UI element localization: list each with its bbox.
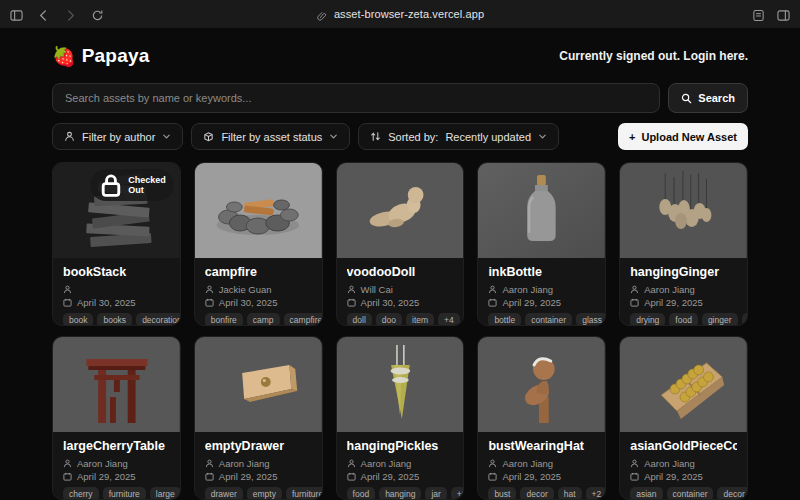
- login-link[interactable]: Login here.: [680, 49, 748, 63]
- sidebar-right-icon[interactable]: [777, 8, 790, 21]
- link-icon: [316, 8, 329, 21]
- asset-card-largecherrytable[interactable]: largeCherryTable Aaron Jiang April 29, 2…: [52, 336, 181, 500]
- asset-card-emptydrawer[interactable]: emptyDrawer Aaron Jiang April 29, 2025 d…: [194, 336, 323, 500]
- tag-more[interactable]: +2: [451, 487, 465, 500]
- tag[interactable]: book: [63, 313, 93, 326]
- tag[interactable]: decor: [717, 487, 748, 500]
- calendar-icon: [488, 298, 497, 307]
- asset-date: April 30, 2025: [205, 296, 312, 308]
- asset-card-hangingginger[interactable]: hangingGinger Aaron Jiang April 29, 2025…: [619, 162, 748, 326]
- asset-thumbnail: [620, 163, 747, 258]
- sidebar-toggle-icon[interactable]: [10, 8, 23, 21]
- tag[interactable]: food: [669, 313, 698, 326]
- person-icon: [630, 459, 639, 468]
- tag[interactable]: cherry: [63, 487, 99, 500]
- back-icon[interactable]: [37, 8, 50, 21]
- search-input[interactable]: [52, 83, 660, 113]
- asset-title: asianGoldPieceContainer: [630, 439, 737, 453]
- calendar-icon: [488, 472, 497, 481]
- tag[interactable]: asian: [630, 487, 662, 500]
- status-box-icon: [203, 131, 214, 142]
- tag-more[interactable]: +2: [586, 487, 607, 500]
- asset-thumbnail: [53, 337, 180, 432]
- asset-title: bookStack: [63, 265, 170, 279]
- asset-title: inkBottle: [488, 265, 595, 279]
- tag[interactable]: container: [667, 487, 714, 500]
- search-button[interactable]: Search: [668, 83, 748, 113]
- calendar-icon: [205, 472, 214, 481]
- tag[interactable]: item: [406, 313, 434, 326]
- tag[interactable]: furniture: [103, 487, 146, 500]
- person-icon: [488, 459, 497, 468]
- sort-dropdown[interactable]: Sorted by: Recently updated: [358, 123, 559, 150]
- person-icon: [347, 285, 356, 294]
- asset-date: April 29, 2025: [630, 470, 737, 482]
- tag[interactable]: empty: [247, 487, 282, 500]
- tag[interactable]: camp: [247, 313, 280, 326]
- tag[interactable]: doo: [376, 313, 402, 326]
- calendar-icon: [63, 472, 72, 481]
- tag[interactable]: drawer: [205, 487, 243, 500]
- forward-icon[interactable]: [64, 8, 77, 21]
- sort-value: Recently updated: [445, 131, 531, 143]
- tag[interactable]: furniture: [286, 487, 323, 500]
- tag[interactable]: glass: [576, 313, 606, 326]
- person-icon: [64, 131, 75, 142]
- asset-card-bustwearinghat[interactable]: bustWearingHat Aaron Jiang April 29, 202…: [477, 336, 606, 500]
- asset-card-asiangoldpiececontainer[interactable]: asianGoldPieceContainer Aaron Jiang Apri…: [619, 336, 748, 500]
- asset-date: April 29, 2025: [205, 470, 312, 482]
- app-logo[interactable]: 🍓 Papaya: [52, 45, 149, 68]
- tag[interactable]: jar: [425, 487, 446, 500]
- asset-card-bookstack[interactable]: Checked Out bookStack April 30, 2025 boo…: [52, 162, 181, 326]
- tag[interactable]: campfire: [284, 313, 323, 326]
- tag[interactable]: decor: [520, 487, 553, 500]
- asset-thumbnail: [337, 337, 464, 432]
- tag[interactable]: decoration: [136, 313, 181, 326]
- asset-author: Aaron Jiang: [630, 457, 737, 469]
- tag[interactable]: bottle: [488, 313, 521, 326]
- upload-new-asset-button[interactable]: + Upload New Asset: [618, 123, 748, 150]
- filter-by-author-dropdown[interactable]: Filter by author: [52, 123, 183, 150]
- tag-more[interactable]: +2: [742, 313, 748, 326]
- asset-date: April 29, 2025: [488, 296, 595, 308]
- asset-card-voodoodoll[interactable]: voodooDoll Will Cai April 30, 2025 doll …: [336, 162, 465, 326]
- app-name: Papaya: [82, 45, 150, 67]
- person-icon: [488, 285, 497, 294]
- tag[interactable]: doll: [347, 313, 372, 326]
- asset-card-hangingpickles[interactable]: hangingPickles Aaron Jiang April 29, 202…: [336, 336, 465, 500]
- tag[interactable]: ginger: [702, 313, 738, 326]
- reader-icon[interactable]: [752, 8, 765, 21]
- tag[interactable]: container: [525, 313, 572, 326]
- asset-thumbnail: [195, 337, 322, 432]
- asset-title: emptyDrawer: [205, 439, 312, 453]
- tag[interactable]: large: [150, 487, 181, 500]
- tag[interactable]: hanging: [379, 487, 421, 500]
- asset-date: April 29, 2025: [347, 470, 454, 482]
- reload-icon[interactable]: [91, 8, 104, 21]
- strawberry-logo-icon: 🍓: [52, 45, 76, 68]
- tag[interactable]: food: [347, 487, 376, 500]
- person-icon: [63, 285, 72, 294]
- filter-by-status-dropdown[interactable]: Filter by asset status: [191, 123, 350, 150]
- tag[interactable]: bust: [488, 487, 516, 500]
- asset-card-campfire[interactable]: campfire Jackie Guan April 30, 2025 bonf…: [194, 162, 323, 326]
- plus-icon: +: [629, 131, 635, 143]
- person-icon: [630, 285, 639, 294]
- tag[interactable]: bonfire: [205, 313, 243, 326]
- asset-author: Aaron Jiang: [347, 457, 454, 469]
- url-bar[interactable]: asset-browser-zeta.vercel.app: [334, 8, 484, 20]
- search-icon: [681, 93, 692, 104]
- asset-date: April 30, 2025: [63, 296, 170, 308]
- chevron-down-icon: [329, 132, 338, 141]
- asset-author: Aaron Jiang: [630, 283, 737, 295]
- asset-date: April 29, 2025: [488, 470, 595, 482]
- tag[interactable]: books: [97, 313, 132, 326]
- asset-card-inkbottle[interactable]: inkBottle Aaron Jiang April 29, 2025 bot…: [477, 162, 606, 326]
- tag[interactable]: drying: [630, 313, 665, 326]
- asset-title: voodooDoll: [347, 265, 454, 279]
- asset-title: campfire: [205, 265, 312, 279]
- tag[interactable]: hat: [558, 487, 582, 500]
- asset-author: Will Cai: [347, 283, 454, 295]
- tag-more[interactable]: +4: [438, 313, 460, 326]
- asset-thumbnail: [478, 337, 605, 432]
